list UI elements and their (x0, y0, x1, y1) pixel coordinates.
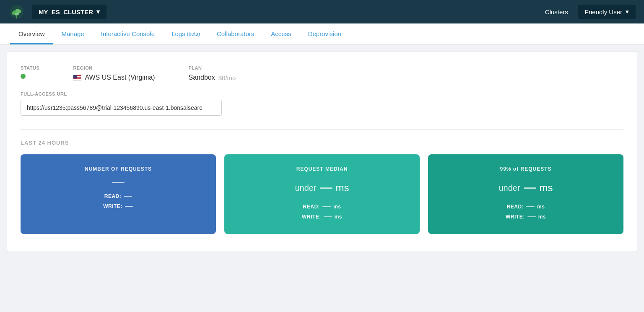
app-logo (8, 3, 25, 20)
info-row: STATUS REGION AWS US East (Virginia) PLA… (21, 65, 623, 81)
median-read: READ: ms (234, 204, 410, 210)
median-unit: ms (336, 182, 349, 194)
p99-read: READ: ms (438, 204, 613, 210)
plan-price: $0/mo (218, 74, 236, 81)
tab-manage[interactable]: Manage (53, 23, 93, 44)
p99-read-unit: ms (537, 204, 545, 210)
cluster-dropdown-arrow: ▾ (96, 8, 100, 16)
stats-row: NUMBER OF REQUESTS READ: WRITE: REQUEST … (21, 154, 623, 234)
tab-interactive-console[interactable]: Interactive Console (93, 23, 163, 44)
p99-write: WRITE: ms (438, 214, 613, 220)
navbar: MY_ES_CLUSTER ▾ Clusters Friendly User ▾ (0, 0, 644, 23)
median-prefix: under (295, 183, 316, 193)
requests-write-label: WRITE: (103, 203, 122, 209)
region-value: AWS US East (Virginia) (73, 74, 155, 81)
p99-write-label: WRITE: (506, 214, 525, 220)
region-label: REGION (73, 65, 155, 70)
user-label: Friendly User (585, 8, 622, 16)
cluster-selector[interactable]: MY_ES_CLUSTER ▾ (32, 5, 106, 19)
us-flag-icon (73, 75, 81, 81)
requests-read: READ: (31, 193, 206, 199)
requests-dash (112, 182, 125, 183)
region-text: AWS US East (Virginia) (85, 74, 155, 81)
beta-badge: (beta) (187, 31, 200, 37)
p99-dash (524, 187, 536, 189)
median-write-unit: ms (335, 214, 342, 220)
clusters-link[interactable]: Clusters (545, 8, 568, 16)
tab-access[interactable]: Access (262, 23, 299, 44)
p99-write-dash (527, 216, 536, 217)
main-content: STATUS REGION AWS US East (Virginia) PLA… (7, 52, 637, 251)
tab-deprovision[interactable]: Deprovision (300, 23, 350, 44)
median-dash (320, 187, 332, 189)
requests-card-title: NUMBER OF REQUESTS (31, 166, 206, 172)
median-read-unit: ms (333, 204, 341, 210)
tab-logs[interactable]: Logs (beta) (163, 23, 208, 44)
median-write: WRITE: ms (234, 214, 410, 220)
plan-name: Sandbox (189, 74, 215, 81)
cluster-name: MY_ES_CLUSTER (39, 8, 93, 16)
region-col: REGION AWS US East (Virginia) (73, 65, 155, 81)
p99-read-dash (526, 206, 535, 207)
plan-label: PLAN (189, 65, 236, 70)
status-value (21, 74, 39, 79)
url-label: FULL-ACCESS URL (21, 91, 623, 96)
median-main-value: under ms (234, 182, 410, 194)
median-write-dash (324, 216, 332, 217)
navbar-left: MY_ES_CLUSTER ▾ (8, 3, 106, 20)
median-read-label: READ: (303, 204, 320, 210)
p99-card-title: 99% of REQUESTS (438, 166, 613, 172)
p99-prefix: under (499, 183, 520, 193)
tab-collaborators[interactable]: Collaborators (208, 23, 262, 44)
plan-col: PLAN Sandbox $0/mo (189, 65, 236, 81)
requests-main-value (31, 182, 206, 183)
status-dot (21, 74, 26, 79)
full-access-url-input[interactable] (21, 100, 222, 116)
median-write-label: WRITE: (302, 214, 321, 220)
p99-main-value: under ms (438, 182, 613, 194)
p99-write-unit: ms (538, 214, 546, 220)
user-dropdown-arrow: ▾ (626, 8, 629, 16)
user-menu-button[interactable]: Friendly User ▾ (578, 5, 636, 19)
median-card-title: REQUEST MEDIAN (234, 166, 410, 172)
requests-write-dash (125, 206, 133, 207)
plan-value: Sandbox $0/mo (189, 74, 236, 81)
p99-read-label: READ: (507, 204, 524, 210)
requests-write: WRITE: (31, 203, 206, 209)
tabs-container: Overview Manage Interactive Console Logs… (0, 23, 644, 45)
requests-read-dash (124, 196, 132, 197)
section-title: LAST 24 HOURS (21, 140, 623, 146)
stat-card-median: REQUEST MEDIAN under ms READ: ms WRITE: … (224, 154, 420, 234)
url-section: FULL-ACCESS URL (21, 91, 623, 116)
navbar-right: Clusters Friendly User ▾ (545, 5, 636, 19)
status-col: STATUS (21, 65, 39, 81)
status-label: STATUS (21, 65, 39, 70)
requests-read-label: READ: (104, 193, 122, 199)
section-divider (21, 129, 623, 130)
logs-label: Logs (171, 30, 185, 37)
stat-card-requests: NUMBER OF REQUESTS READ: WRITE: (21, 154, 216, 234)
tab-overview[interactable]: Overview (10, 23, 53, 44)
median-read-dash (322, 206, 331, 207)
p99-unit: ms (540, 182, 553, 194)
stat-card-p99: 99% of REQUESTS under ms READ: ms WRITE:… (428, 154, 623, 234)
